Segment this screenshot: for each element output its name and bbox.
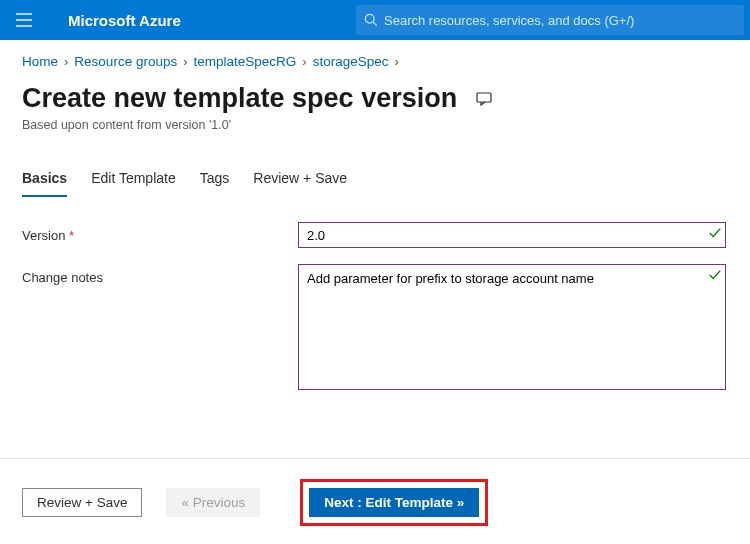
chevron-right-icon: › [60, 54, 72, 69]
top-bar: Microsoft Azure [0, 0, 750, 40]
feedback-icon[interactable] [475, 90, 493, 108]
brand-label: Microsoft Azure [68, 12, 181, 29]
tab-edit-template[interactable]: Edit Template [91, 170, 176, 196]
page-subtitle: Based upon content from version '1.0' [22, 118, 728, 132]
tabs: Basics Edit Template Tags Review + Save [22, 170, 728, 196]
global-search[interactable] [356, 5, 744, 35]
search-input[interactable] [384, 13, 736, 28]
svg-rect-5 [477, 93, 491, 102]
change-notes-label: Change notes [22, 264, 298, 394]
breadcrumb-item[interactable]: Home [22, 54, 58, 69]
footer-actions: Review + Save « Previous Next : Edit Tem… [0, 458, 750, 544]
svg-point-3 [365, 14, 374, 23]
chevron-right-icon: › [179, 54, 191, 69]
highlight-annotation: Next : Edit Template » [300, 479, 488, 526]
version-input[interactable] [298, 222, 726, 248]
previous-button: « Previous [166, 488, 260, 517]
breadcrumb: Home › Resource groups › templateSpecRG … [22, 54, 728, 69]
svg-line-4 [373, 22, 377, 26]
page-title: Create new template spec version [22, 83, 457, 114]
chevron-right-icon: › [298, 54, 310, 69]
chevron-right-icon: › [390, 54, 402, 69]
hamburger-menu-icon[interactable] [6, 0, 42, 40]
review-save-button[interactable]: Review + Save [22, 488, 142, 517]
tab-tags[interactable]: Tags [200, 170, 230, 196]
version-label: Version * [22, 222, 298, 248]
breadcrumb-item[interactable]: Resource groups [74, 54, 177, 69]
breadcrumb-item[interactable]: templateSpecRG [194, 54, 297, 69]
next-edit-template-button[interactable]: Next : Edit Template » [309, 488, 479, 517]
change-notes-textarea[interactable] [298, 264, 726, 390]
tab-review-save[interactable]: Review + Save [253, 170, 347, 196]
breadcrumb-item[interactable]: storageSpec [313, 54, 389, 69]
tab-basics[interactable]: Basics [22, 170, 67, 197]
